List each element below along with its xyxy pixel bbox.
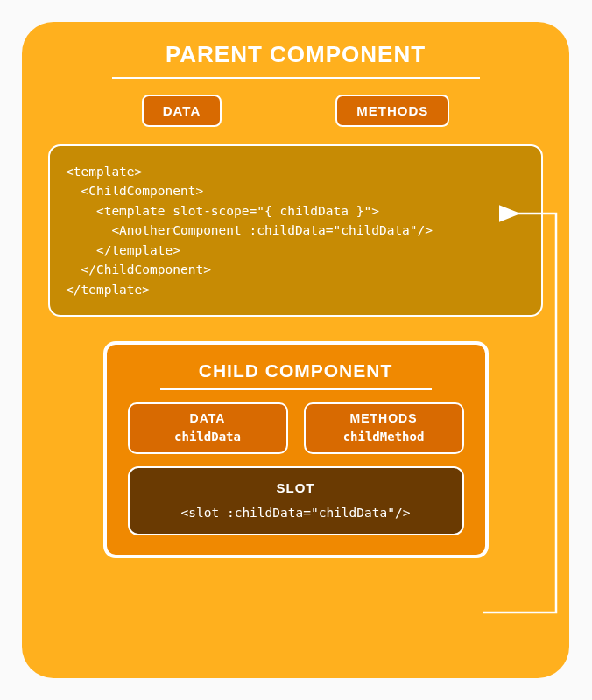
child-divider: [160, 388, 432, 390]
child-slot-box: SLOT <slot :childData="childData"/>: [128, 466, 464, 536]
child-methods-value: childMethod: [313, 430, 455, 444]
child-data-value: childData: [137, 430, 279, 444]
parent-methods-chip: METHODS: [335, 94, 449, 127]
parent-divider: [112, 77, 480, 79]
parent-data-chip: DATA: [142, 94, 222, 127]
child-data-label: DATA: [137, 411, 279, 425]
slot-code: <slot :childData="childData"/>: [138, 506, 454, 520]
child-component-card: CHILD COMPONENT DATA childData METHODS c…: [103, 341, 489, 558]
child-chip-row: DATA childData METHODS childMethod: [128, 402, 464, 454]
child-title: CHILD COMPONENT: [128, 360, 464, 382]
child-methods-chip: METHODS childMethod: [304, 402, 464, 454]
parent-template-code: <template> <ChildComponent> <template sl…: [48, 144, 543, 317]
parent-chip-row: DATA METHODS: [48, 94, 543, 127]
slot-label: SLOT: [138, 480, 454, 495]
parent-title: PARENT COMPONENT: [48, 41, 543, 68]
parent-component-card: PARENT COMPONENT DATA METHODS <template>…: [22, 22, 569, 678]
child-methods-label: METHODS: [313, 411, 455, 425]
child-data-chip: DATA childData: [128, 402, 288, 454]
